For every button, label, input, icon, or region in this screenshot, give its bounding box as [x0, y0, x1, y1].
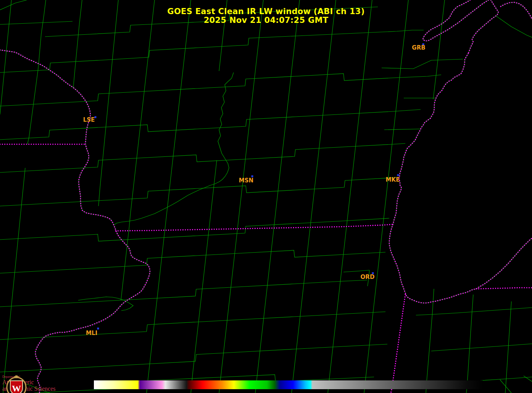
state-border-dots — [391, 295, 405, 393]
county-boundary-line — [343, 270, 369, 272]
uw-monogram: W — [12, 383, 21, 393]
county-boundary-line — [0, 177, 397, 206]
state-border-dots — [116, 224, 393, 231]
station-label-MSN: MSN — [239, 177, 253, 184]
county-boundary-line — [328, 0, 372, 393]
county-boundary-line — [431, 344, 532, 351]
station-label-ORD: ORD — [361, 274, 375, 280]
uw-crest-icon: W — [2, 375, 31, 393]
county-boundary-line — [0, 250, 385, 273]
county-boundary-line — [0, 280, 367, 307]
county-boundary-line — [191, 160, 217, 393]
county-boundary-line — [3, 168, 25, 393]
county-boundary-line — [524, 376, 532, 382]
ir-color-scale-bar — [94, 380, 483, 389]
station-label-MLI: MLI — [86, 330, 97, 337]
county-boundary-line — [0, 344, 387, 372]
shoreline-border-dots — [389, 53, 532, 303]
county-boundary-line — [416, 308, 532, 315]
satellite-image-viewer: GRBLSEMSNMKEORDMLI GOES East Clean IR LW… — [0, 0, 532, 393]
satellite-map: GRBLSEMSNMKEORDMLI — [0, 0, 532, 393]
map-overlay-lines — [0, 0, 532, 393]
county-boundary-line — [98, 0, 118, 206]
county-boundary-line — [0, 30, 424, 72]
county-boundary-line — [0, 312, 385, 340]
county-boundary-line — [292, 0, 336, 393]
county-boundary-line — [255, 0, 300, 393]
county-boundary-line — [0, 143, 405, 172]
image-title-block: GOES East Clean IR LW window (ABI ch 13)… — [0, 7, 532, 25]
river-line — [78, 297, 133, 311]
county-boundary-line — [219, 0, 263, 393]
station-dot-MLI — [97, 328, 99, 330]
county-boundary-line — [505, 301, 511, 393]
county-boundary-line — [121, 0, 155, 300]
station-label-GRB: GRB — [412, 44, 425, 51]
county-boundary-line — [0, 74, 441, 106]
product-title: GOES East Clean IR LW window (ABI ch 13) — [0, 7, 532, 16]
county-boundary-line — [382, 59, 463, 69]
county-boundary-line — [500, 380, 511, 393]
county-boundary-line — [384, 129, 420, 130]
state-border-dots — [476, 288, 532, 289]
county-boundary-line — [147, 0, 191, 393]
county-boundary-line — [0, 110, 421, 140]
county-boundary-line — [364, 0, 408, 393]
lake-shoreline — [389, 53, 532, 303]
station-label-LSE: LSE — [83, 116, 95, 123]
uw-aos-logo: W Department of Atmospheric and Oceanic … — [2, 375, 55, 392]
station-markers: GRBLSEMSNMKEORDMLI — [83, 43, 426, 337]
county-boundary-line — [426, 289, 434, 393]
county-boundary-line — [466, 295, 473, 393]
timestamp: 2025 Nov 21 04:07:25 GMT — [0, 16, 532, 25]
station-label-MKE: MKE — [386, 176, 400, 183]
